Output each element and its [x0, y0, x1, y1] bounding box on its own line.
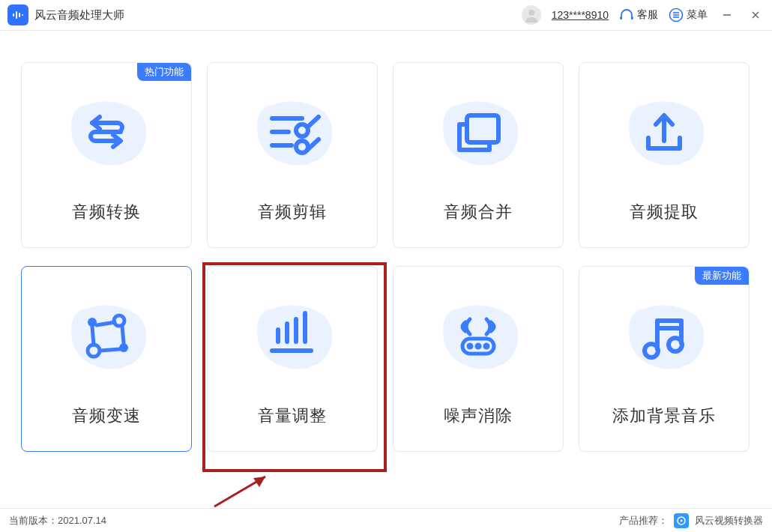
merge-icon: [429, 85, 527, 183]
volume-icon: [244, 289, 341, 387]
svg-line-41: [214, 477, 265, 507]
customer-service-label: 客服: [637, 8, 658, 22]
customer-service-button[interactable]: 客服: [619, 7, 658, 22]
svg-rect-1: [16, 11, 17, 19]
extract-icon: [615, 85, 713, 183]
close-button[interactable]: [747, 6, 765, 24]
noise-icon: [429, 289, 527, 387]
card-volume-adjust[interactable]: 音量调整: [207, 266, 378, 452]
cut-icon: [244, 85, 341, 183]
card-audio-speed[interactable]: 音频变速: [21, 266, 192, 452]
card-audio-extract[interactable]: 音频提取: [579, 62, 750, 248]
version-label: 当前版本：: [9, 514, 58, 528]
card-audio-merge[interactable]: 音频合并: [393, 62, 564, 248]
card-audio-convert[interactable]: 热门功能 音频转换: [21, 62, 192, 248]
badge-hot: 热门功能: [137, 63, 191, 81]
menu-label: 菜单: [687, 8, 708, 22]
card-label: 音频合并: [444, 201, 513, 223]
app-title: 风云音频处理大师: [34, 8, 124, 22]
svg-line-28: [92, 327, 94, 345]
menu-icon: [669, 7, 684, 22]
recommend-product-icon: [674, 513, 689, 528]
svg-rect-3: [22, 14, 23, 16]
speed-icon: [58, 289, 155, 387]
footer: 当前版本： 2021.07.14 产品推荐： 风云视频转换器: [0, 508, 772, 532]
titlebar: 风云音频处理大师 123****8910 客服: [0, 0, 772, 30]
app-logo-icon: [7, 4, 28, 25]
version-value: 2021.07.14: [58, 515, 106, 526]
card-label: 音量调整: [258, 405, 327, 427]
feature-grid: 热门功能 音频转换: [21, 62, 751, 452]
svg-rect-0: [13, 13, 14, 16]
card-label: 音频剪辑: [258, 201, 327, 223]
badge-new: 最新功能: [695, 267, 749, 285]
card-label: 音频转换: [72, 201, 141, 223]
card-label: 添加背景音乐: [612, 405, 716, 427]
menu-button[interactable]: 菜单: [669, 7, 708, 22]
music-icon: [615, 289, 713, 387]
avatar-icon[interactable]: [522, 5, 541, 25]
annotation-arrow: [207, 468, 282, 513]
card-noise-remove[interactable]: 噪声消除: [393, 266, 564, 452]
card-label: 噪声消除: [444, 405, 513, 427]
svg-line-27: [100, 349, 119, 351]
convert-icon: [58, 85, 155, 183]
minimize-button[interactable]: [718, 6, 736, 24]
headset-icon: [619, 7, 634, 22]
recommend-label: 产品推荐：: [619, 514, 668, 528]
svg-line-26: [122, 326, 124, 343]
card-add-bgm[interactable]: 最新功能 添加背景音乐: [579, 266, 750, 452]
card-label: 音频变速: [72, 405, 141, 427]
main-area: 热门功能 音频转换: [0, 31, 772, 452]
card-label: 音频提取: [630, 201, 699, 223]
svg-point-4: [528, 10, 534, 16]
svg-marker-42: [253, 477, 265, 487]
svg-point-35: [468, 345, 471, 348]
svg-rect-2: [19, 13, 20, 17]
svg-point-36: [477, 345, 480, 348]
card-audio-cut[interactable]: 音频剪辑: [207, 62, 378, 248]
recommend-product-link[interactable]: 风云视频转换器: [695, 514, 763, 528]
user-id-link[interactable]: 123****8910: [552, 9, 609, 21]
svg-point-37: [485, 345, 488, 348]
